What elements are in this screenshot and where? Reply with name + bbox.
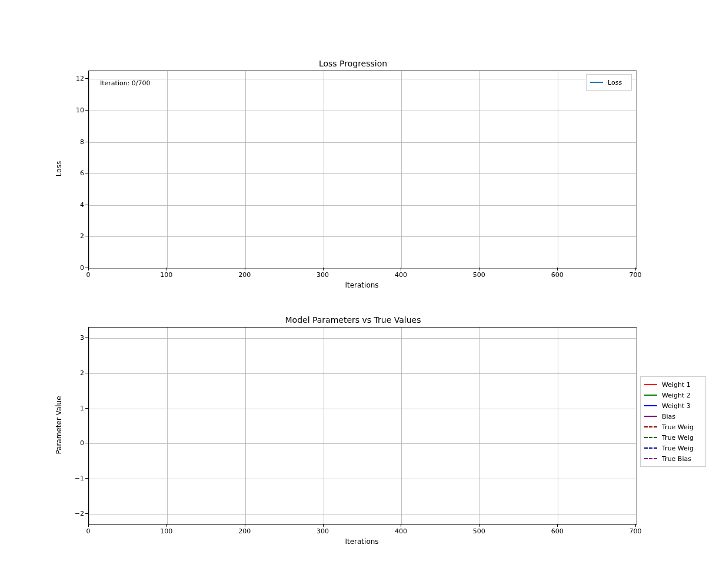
tick-label-y: −1 bbox=[68, 475, 84, 482]
gridline-v bbox=[89, 71, 89, 268]
gridline-h bbox=[89, 236, 636, 237]
figure: Loss Progression Iteration: 0/700 Loss I… bbox=[0, 0, 706, 588]
tick-label-x: 700 bbox=[630, 271, 642, 279]
tick-y bbox=[85, 408, 88, 409]
tick-label-x: 300 bbox=[317, 271, 329, 279]
tick-y bbox=[85, 205, 88, 205]
gridline-v bbox=[479, 71, 480, 268]
line-icon bbox=[644, 395, 657, 396]
line-icon bbox=[644, 384, 657, 385]
gridline-v bbox=[245, 71, 246, 268]
chart-title-1: Loss Progression bbox=[0, 59, 706, 68]
line-icon bbox=[644, 426, 657, 427]
legend-item: True Bias bbox=[644, 453, 702, 464]
loss-axes bbox=[88, 71, 637, 269]
gridline-h bbox=[89, 205, 636, 206]
tick-x bbox=[635, 268, 636, 270]
tick-x bbox=[401, 524, 401, 527]
legend-item: Weight 3 bbox=[644, 400, 702, 411]
legend-label: Loss bbox=[608, 79, 622, 86]
chart-title-2: Model Parameters vs True Values bbox=[0, 315, 706, 325]
tick-label-y: 4 bbox=[68, 201, 84, 208]
tick-y bbox=[85, 142, 88, 142]
tick-label-x: 100 bbox=[160, 527, 172, 535]
xlabel-1: Iterations bbox=[88, 281, 635, 289]
tick-label-x: 400 bbox=[395, 527, 407, 535]
tick-label-x: 200 bbox=[238, 271, 251, 279]
line-icon bbox=[644, 458, 657, 459]
line-icon bbox=[590, 82, 603, 83]
gridline-h bbox=[89, 443, 636, 444]
tick-label-x: 300 bbox=[317, 527, 329, 535]
tick-label-x: 600 bbox=[551, 271, 564, 279]
tick-y bbox=[85, 78, 88, 79]
ylabel-2: Parameter Value bbox=[55, 390, 63, 460]
tick-label-x: 500 bbox=[473, 271, 485, 279]
gridline-h bbox=[89, 142, 636, 143]
tick-label-x: 0 bbox=[86, 271, 91, 279]
legend-item: True Weig bbox=[644, 443, 702, 453]
legend-label: True Weig bbox=[662, 434, 694, 442]
tick-label-y: 2 bbox=[68, 232, 84, 240]
tick-x bbox=[557, 268, 558, 270]
tick-y bbox=[85, 268, 88, 268]
line-icon bbox=[644, 405, 657, 406]
tick-x bbox=[166, 524, 167, 527]
gridline-v bbox=[479, 328, 480, 524]
tick-x bbox=[479, 268, 479, 270]
tick-label-y: 6 bbox=[68, 169, 84, 177]
tick-y bbox=[85, 110, 88, 111]
gridline-v bbox=[558, 71, 558, 268]
tick-label-y: 0 bbox=[68, 439, 84, 447]
tick-label-y: 10 bbox=[68, 106, 84, 114]
gridline-h bbox=[89, 268, 636, 269]
gridline-v bbox=[245, 328, 246, 524]
gridline-v bbox=[324, 71, 324, 268]
tick-x bbox=[166, 268, 167, 270]
tick-y bbox=[85, 478, 88, 479]
tick-label-x: 0 bbox=[86, 527, 91, 535]
gridline-h bbox=[89, 373, 636, 374]
params-axes bbox=[88, 327, 637, 525]
legend-params: Weight 1Weight 2Weight 3BiasTrue WeigTru… bbox=[640, 376, 706, 467]
tick-label-x: 600 bbox=[551, 527, 564, 535]
tick-label-y: 1 bbox=[68, 404, 84, 412]
legend-item: True Weig bbox=[644, 432, 702, 443]
tick-x bbox=[245, 524, 245, 527]
legend-label: Weight 1 bbox=[662, 381, 691, 389]
legend-item: Weight 1 bbox=[644, 379, 702, 390]
legend-label: True Weig bbox=[662, 423, 694, 431]
gridline-v bbox=[167, 71, 168, 268]
tick-y bbox=[85, 373, 88, 373]
tick-y bbox=[85, 443, 88, 443]
gridline-h bbox=[89, 409, 636, 409]
tick-label-y: 12 bbox=[68, 75, 84, 82]
tick-label-x: 200 bbox=[238, 527, 251, 535]
tick-label-y: −2 bbox=[68, 510, 84, 517]
tick-label-x: 400 bbox=[395, 271, 407, 279]
tick-x bbox=[557, 524, 558, 527]
gridline-v bbox=[558, 328, 558, 524]
legend-label: Weight 2 bbox=[662, 392, 691, 399]
gridline-v bbox=[89, 328, 89, 524]
gridline-v bbox=[401, 328, 402, 524]
line-icon bbox=[644, 437, 657, 438]
tick-y bbox=[85, 338, 88, 338]
legend-label: True Weig bbox=[662, 445, 694, 452]
gridline-v bbox=[167, 328, 168, 524]
ylabel-1: Loss bbox=[55, 151, 63, 186]
tick-y bbox=[85, 173, 88, 173]
tick-label-y: 2 bbox=[68, 369, 84, 376]
tick-x bbox=[88, 524, 89, 527]
gridline-h bbox=[89, 173, 636, 174]
tick-label-y: 8 bbox=[68, 138, 84, 145]
tick-x bbox=[401, 268, 401, 270]
tick-x bbox=[323, 524, 324, 527]
tick-label-x: 500 bbox=[473, 527, 485, 535]
legend-label: Bias bbox=[662, 413, 675, 420]
legend-item: Bias bbox=[644, 411, 702, 422]
gridline-v bbox=[324, 328, 324, 524]
tick-x bbox=[245, 268, 245, 270]
legend-label: True Bias bbox=[662, 455, 691, 463]
tick-label-x: 700 bbox=[630, 527, 642, 535]
